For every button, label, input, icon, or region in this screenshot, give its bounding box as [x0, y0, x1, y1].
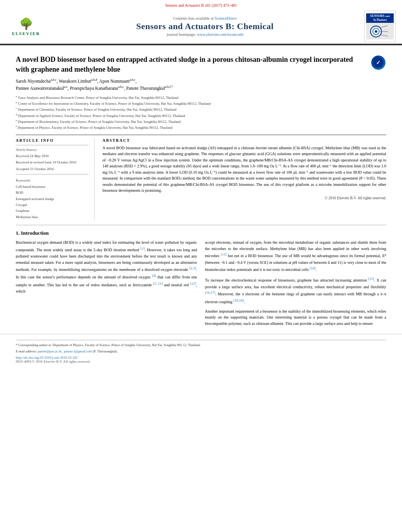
affil-b: b Center of Excellence for Innovation in… [16, 100, 386, 106]
keywords-label: Keywords: [16, 178, 89, 182]
ref-18-19[interactable]: [18,19] [233, 298, 244, 302]
abstract-copyright: © 2016 Elsevier B.V. All rights reserved… [102, 196, 386, 200]
body-col-left: Biochemical oxygen demand (BOD) is a wid… [16, 239, 197, 330]
crossmark-circle: ✓ [371, 56, 385, 70]
ref-14[interactable]: [14] [310, 266, 316, 270]
section-divider [16, 225, 386, 225]
intro-para2: accept electrons, instead of oxygen, fro… [205, 239, 386, 273]
journal-ref-top: Sensors and Actuators B 241 (2017) 473–4… [0, 3, 402, 7]
journal-title: Sensors and Actuators B: Chemical [46, 21, 364, 32]
intro-para3: To increase the electrochemical response… [205, 276, 386, 305]
email1[interactable]: panote@psu.ac.th [37, 349, 61, 353]
kw-4: Cryogel [16, 202, 89, 208]
svg-point-2 [375, 30, 377, 33]
page-wrapper: Sensors and Actuators B 241 (2017) 473–4… [0, 0, 402, 532]
svg-text:✓: ✓ [376, 60, 381, 66]
ref-4[interactable]: [4] [152, 274, 156, 278]
authors-line: Saroh Niyomdechaa,b,c, Warakorn Limbuta,… [16, 78, 386, 92]
abstract-text: A novel BOD biosensor was fabricated bas… [102, 145, 386, 194]
kw-6: Methylene blue [16, 214, 89, 220]
affil-f: f Department of Physics, Faculty of Scie… [16, 124, 386, 130]
article-title-section: A novel BOD biosensor based on entrapped… [16, 55, 386, 74]
kw-1: Cell-based biosensor [16, 184, 89, 190]
email2[interactable]: panote.t@gmail.com [64, 349, 92, 353]
article-info-heading: ARTICLE INFO [16, 138, 89, 143]
intro-section-title: 1. Introduction [16, 230, 386, 236]
sensors-logo-image [366, 23, 394, 39]
author-apon: Apon Numnuama,b,c [99, 79, 136, 83]
body-two-col: Biochemical oxygen demand (BOD) is a wid… [16, 239, 386, 330]
footer-section: * Corresponding author at: Department of… [0, 334, 402, 365]
affil-c: c Department of Chemistry, Faculty of Sc… [16, 106, 386, 112]
journal-ref-text: Sensors and Actuators B 241 (2017) 473–4… [165, 3, 237, 7]
affil-a: a Trace Analysis and Biosensor Research … [16, 95, 386, 100]
ref-1[interactable]: [1] [140, 247, 145, 250]
ref-15[interactable]: [15] [368, 277, 374, 281]
abstract-heading: ABSTRACT [102, 138, 386, 143]
journal-center-info: Contents lists available at ScienceDirec… [46, 16, 364, 37]
history-label: Article history: [16, 148, 89, 152]
issn-copyright: 0925-4005/© 2016 Elsevier B.V. All right… [16, 360, 386, 363]
keywords-section: Keywords: Cell-based biosensor BOD Entra… [16, 178, 89, 220]
header-middle: 🌳 ELSEVIER Contents lists available at S… [0, 9, 402, 44]
affil-d: d Department of Applied Science, Faculty… [16, 113, 386, 119]
email-suffix: (P. Thavarungkul). [93, 349, 118, 353]
elsevier-logo: 🌳 ELSEVIER [6, 15, 46, 38]
body-col-right: accept electrons, instead of oxygen, fro… [205, 239, 386, 330]
kw-5: Graphene [16, 208, 89, 214]
author-punnee: Punnee Asawatreratanakula,e [16, 86, 67, 91]
ref-5-11[interactable]: [5–11] [153, 282, 163, 285]
ref-13[interactable]: [13] [221, 252, 227, 256]
abstract-col: ABSTRACT A novel BOD biosensor was fabri… [102, 138, 386, 220]
svg-line-3 [380, 26, 388, 28]
intro-para1: Biochemical oxygen demand (BOD) is a wid… [16, 239, 197, 295]
contents-line: Contents lists available at ScienceDirec… [46, 16, 364, 20]
revised-date: Received in revised form 19 October 2016 [16, 159, 89, 165]
article-title: A novel BOD biosensor based on entrapped… [16, 55, 370, 74]
journal-homepage: journal homepage: www.elsevier.com/locat… [46, 32, 364, 37]
affil-e: e Department of Biochemistry, Faculty of… [16, 119, 386, 124]
main-content: A novel BOD biosensor based on entrapped… [0, 45, 402, 334]
ref-16-17[interactable]: [16,17] [205, 291, 215, 295]
email-label: E-mail address: [16, 349, 37, 353]
svg-line-5 [380, 35, 388, 36]
received-date: Received 24 May 2016 [16, 153, 89, 159]
ref-12[interactable]: [12] [190, 282, 196, 285]
email-note: E-mail address: panote@psu.ac.th , panot… [16, 349, 386, 354]
author-proespichaya: Proespichaya Kanatharanaa,b,c [70, 86, 124, 91]
crossmark-icon[interactable]: ✓ [370, 55, 386, 70]
doi-link[interactable]: http://dx.doi.org/10.1016/j.snb.2016.10.… [16, 356, 386, 360]
sensors-logo-text: SENSORS and AcTuators [366, 13, 394, 23]
elsevier-brand: ELSEVIER [12, 31, 40, 36]
corresponding-note: * Corresponding author at: Department of… [16, 343, 386, 348]
author-warakorn: Warakorn Limbuta,b,d [59, 79, 97, 83]
journal-header: Sensors and Actuators B 241 (2017) 473–4… [0, 0, 402, 45]
kw-3: Entrapped activated sludge [16, 196, 89, 202]
homepage-url[interactable]: www.elsevier.com/locate/snb [197, 32, 243, 37]
kw-2: BOD [16, 190, 89, 196]
author-panote: Panote Thavarungkula,b,f,* [126, 86, 173, 91]
intro-para4: Another important requirement of a biose… [205, 308, 386, 327]
sciencedirect-link[interactable]: ScienceDirect [214, 16, 236, 20]
affiliations: a Trace Analysis and Biosensor Research … [16, 95, 386, 131]
article-info-abstract: ARTICLE INFO Article history: Received 2… [16, 135, 386, 220]
elsevier-tree-icon: 🌳 [19, 17, 33, 30]
accepted-date: Accepted 21 October 2016 [16, 166, 89, 172]
author-saroh: Saroh Niyomdechaa,b,c [16, 79, 57, 83]
ref-2-3[interactable]: [2,3] [189, 266, 196, 270]
article-info-col: ARTICLE INFO Article history: Received 2… [16, 138, 95, 220]
sensors-logo-box: SENSORS and AcTuators [364, 11, 396, 42]
